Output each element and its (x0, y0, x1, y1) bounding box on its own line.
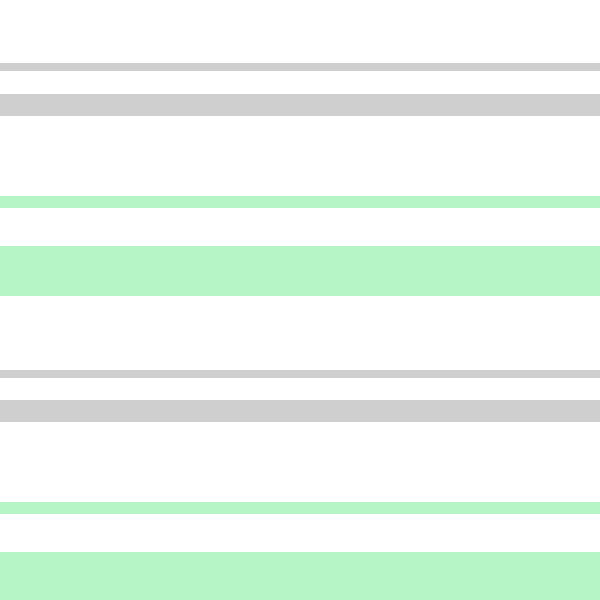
stripe-pattern (0, 0, 600, 600)
stripe-5 (0, 400, 600, 422)
stripe-7 (0, 552, 600, 600)
stripe-6 (0, 502, 600, 514)
stripe-2 (0, 196, 600, 208)
stripe-1 (0, 94, 600, 116)
stripe-0 (0, 63, 600, 71)
stripe-4 (0, 370, 600, 378)
stripe-3 (0, 246, 600, 296)
